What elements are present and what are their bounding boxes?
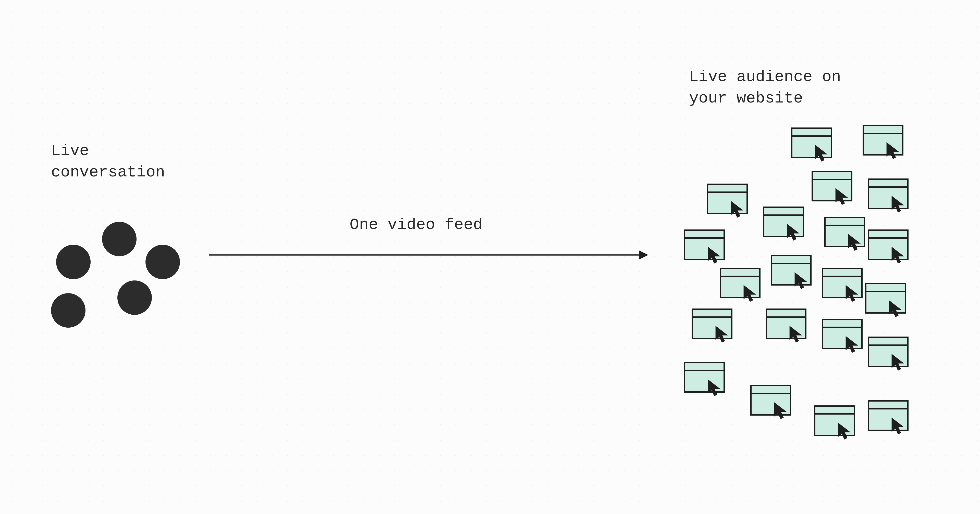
- cursor-icon: [786, 223, 801, 241]
- cursor-icon: [788, 325, 804, 343]
- arrow-label: One video feed: [350, 214, 483, 236]
- cursor-icon: [890, 417, 906, 435]
- browser-window-icon: [822, 319, 862, 349]
- browser-window-icon: [811, 171, 853, 201]
- cursor-icon: [714, 325, 730, 343]
- arrow-right-icon: [209, 245, 656, 265]
- cursor-icon: [890, 195, 906, 213]
- right-section-label: Live audience on your website: [689, 66, 841, 109]
- cursor-icon: [706, 379, 722, 397]
- cursor-icon: [888, 300, 904, 318]
- browser-window-icon: [684, 230, 725, 260]
- cursor-icon: [847, 233, 862, 251]
- browser-window-icon: [692, 308, 732, 339]
- cursor-icon: [844, 336, 860, 353]
- participant-dot-icon: [102, 222, 137, 256]
- left-section-label: Live conversation: [51, 140, 165, 183]
- cursor-icon: [844, 284, 860, 302]
- cursor-icon: [706, 246, 722, 264]
- cursor-icon: [890, 353, 906, 371]
- browser-window-icon: [865, 283, 906, 314]
- cursor-icon: [890, 246, 906, 264]
- diagram-canvas: Live conversation One video feed Live au…: [0, 0, 980, 514]
- browser-window-icon: [868, 400, 908, 431]
- participant-dot-icon: [118, 281, 152, 315]
- cursor-icon: [814, 144, 829, 162]
- cursor-icon: [885, 142, 901, 160]
- cursor-icon: [834, 188, 850, 206]
- browser-window-icon: [868, 230, 908, 260]
- browser-window-icon: [750, 385, 791, 416]
- browser-window-icon: [763, 206, 804, 237]
- browser-window-icon: [720, 268, 760, 298]
- cursor-icon: [742, 284, 758, 302]
- cursor-icon: [837, 422, 853, 440]
- browser-window-icon: [868, 178, 908, 209]
- live-audience-cluster: [669, 125, 955, 456]
- browser-window-icon: [822, 268, 862, 298]
- svg-marker-1: [639, 251, 648, 260]
- browser-window-icon: [684, 362, 725, 393]
- browser-window-icon: [707, 184, 748, 214]
- browser-window-icon: [824, 217, 865, 247]
- browser-window-icon: [868, 336, 908, 367]
- browser-window-icon: [791, 127, 832, 158]
- participant-dot-icon: [56, 245, 91, 279]
- browser-window-icon: [765, 308, 807, 339]
- cursor-icon: [729, 200, 745, 218]
- participant-dot-icon: [145, 245, 180, 279]
- browser-window-icon: [862, 125, 904, 155]
- participant-dot-icon: [51, 293, 86, 328]
- browser-window-icon: [814, 405, 855, 436]
- cursor-icon: [793, 272, 809, 290]
- browser-window-icon: [771, 255, 811, 286]
- cursor-icon: [773, 402, 789, 420]
- live-conversation-cluster: [41, 217, 199, 349]
